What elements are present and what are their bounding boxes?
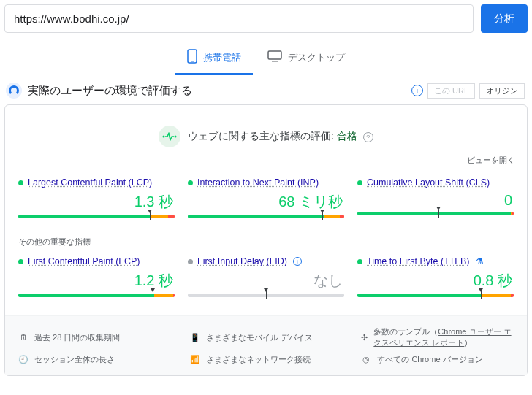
chrome-icon: ◎ [361, 355, 371, 365]
tab-desktop[interactable]: デスクトップ [256, 43, 357, 75]
experimental-icon: ⚗ [476, 256, 484, 266]
metric-fcp-value: 1.2 秒 [18, 271, 173, 291]
metric-fid-name[interactable]: First Input Delay (FID) [197, 256, 287, 266]
metric-inp-value: 68 ミリ秒 [188, 192, 343, 212]
metric-fcp-name[interactable]: First Contentful Paint (FCP) [28, 256, 140, 266]
other-metrics-title: その他の重要な指標 [5, 237, 527, 250]
metric-ttfb-name[interactable]: Time to First Byte (TTFB) [367, 256, 470, 266]
mobile-icon [187, 49, 197, 66]
devices-icon: 📱 [190, 332, 200, 342]
desktop-icon [267, 50, 282, 64]
svg-rect-2 [268, 51, 281, 59]
tab-desktop-label: デスクトップ [288, 51, 345, 64]
url-input[interactable] [4, 4, 474, 33]
help-icon[interactable]: ? [363, 132, 373, 142]
pulse-icon [159, 126, 180, 147]
metric-ttfb-value: 0.8 秒 [357, 271, 512, 291]
samples-icon: ✣ [361, 332, 368, 342]
metric-cls: Cumulative Layout Shift (CLS) 0 [357, 177, 514, 223]
metric-fid-value: なし [188, 271, 343, 291]
footer-network: さまざまなネットワーク接続 [206, 354, 311, 365]
cwv-assessment-label: ウェブに関する主な指標の評価: 合格 ? [188, 130, 373, 143]
calendar-icon: 🗓 [18, 332, 28, 342]
cwv-assessment-status: 合格 [337, 130, 357, 142]
metric-lcp-name[interactable]: Largest Contentful Paint (LCP) [28, 177, 152, 188]
footer-info: 🗓過去 28 日間の収集期間 📱さまざまなモバイル デバイス ✣多数のサンプル（… [5, 315, 527, 375]
chip-this-url[interactable]: この URL [428, 83, 475, 99]
metric-cls-name[interactable]: Cumulative Layout Shift (CLS) [367, 177, 490, 188]
footer-chrome: すべての Chrome バージョン [377, 354, 482, 365]
clock-icon: 🕘 [18, 355, 28, 365]
status-dot-icon [188, 180, 193, 185]
footer-devices: さまざまなモバイル デバイス [206, 332, 313, 343]
metric-fcp: First Contentful Paint (FCP) 1.2 秒 [18, 256, 175, 302]
field-data-card: ウェブに関する主な指標の評価: 合格 ? ビューを開く Largest Cont… [4, 104, 528, 376]
footer-period: 過去 28 日間の収集期間 [34, 332, 120, 343]
metric-cls-value: 0 [357, 192, 512, 209]
network-icon: 📶 [190, 355, 200, 365]
metric-inp-name[interactable]: Interaction to Next Paint (INP) [197, 177, 319, 188]
svg-point-5 [175, 136, 177, 138]
metric-ttfb: Time to First Byte (TTFB) ⚗ 0.8 秒 [357, 256, 514, 302]
status-dot-icon [18, 180, 23, 185]
metric-lcp: Largest Contentful Paint (LCP) 1.3 秒 [18, 177, 175, 223]
open-view-link[interactable]: ビューを開く [5, 155, 527, 172]
tab-mobile-label: 携帯電話 [203, 51, 241, 64]
tab-mobile[interactable]: 携帯電話 [175, 43, 253, 75]
gauge-icon [6, 83, 22, 99]
section-title: 実際のユーザーの環境で評価する [28, 84, 406, 98]
status-dot-icon [188, 259, 193, 264]
status-dot-icon [357, 259, 362, 264]
svg-rect-1 [191, 61, 194, 62]
info-icon[interactable]: i [293, 257, 302, 266]
metric-lcp-value: 1.3 秒 [18, 192, 173, 212]
metric-inp: Interaction to Next Paint (INP) 68 ミリ秒 [188, 177, 344, 223]
status-dot-icon [357, 180, 362, 185]
status-dot-icon [18, 259, 23, 264]
analyze-button[interactable]: 分析 [481, 4, 528, 33]
metric-fid: First Input Delay (FID) i なし [188, 256, 344, 302]
chip-origin[interactable]: オリジン [479, 83, 525, 99]
footer-session: セッション全体の長さ [34, 354, 115, 365]
info-icon[interactable]: i [411, 85, 423, 96]
footer-samples: 多数のサンプル（Chrome ユーザー エクスペリエンス レポート） [373, 326, 514, 348]
svg-point-4 [163, 136, 165, 138]
svg-rect-3 [272, 61, 278, 62]
cwv-assessment-text: ウェブに関する主な指標の評価: [188, 130, 334, 142]
